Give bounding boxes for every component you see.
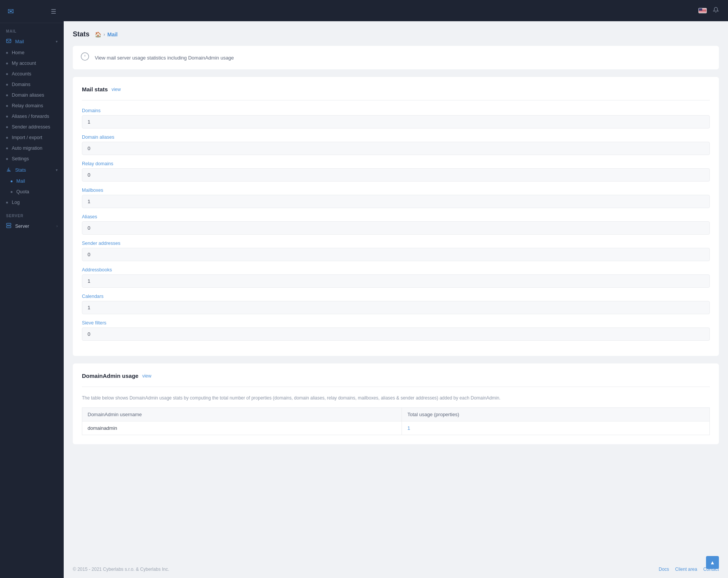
sidebar-item-relay-domains[interactable]: Relay domains [0,100,64,111]
stat-value-mailboxes: 1 [82,195,710,208]
sidebar-item-server-label: Server [15,224,29,229]
sidebar-item-mail-stats[interactable]: Mail [0,176,64,186]
sidebar-item-mail[interactable]: Mail ▾ [0,36,64,47]
page-content: Stats 🏠 › Mail View mail server usage st… [64,21,728,561]
sidebar-item-settings[interactable]: Settings [0,154,64,164]
sidebar-item-domain-aliases[interactable]: Domain aliases [0,90,64,100]
dot-icon [11,180,13,182]
language-flag[interactable] [698,8,707,13]
sidebar-item-mail-label: Mail [15,39,24,44]
domain-admin-usage-header: DomainAdmin usage view [82,373,710,379]
footer: © 2015 - 2021 Cyberlabs s.r.o. & Cyberla… [64,561,728,578]
sidebar-item-domains-label: Domains [12,82,30,87]
table-cell-total: 1 [402,421,710,435]
sidebar-item-auto-migration-label: Auto migration [12,146,42,151]
sidebar-item-home[interactable]: Home [0,47,64,58]
stat-row-aliases: Aliases 0 [82,214,710,235]
sidebar-item-stats[interactable]: Stats ▾ [0,164,64,176]
stat-label-domains: Domains [82,108,710,113]
stat-row-mailboxes: Mailboxes 1 [82,188,710,208]
stat-row-relay-domains: Relay domains 0 [82,161,710,182]
stat-row-addressbooks: Addressbooks 1 [82,267,710,288]
domain-admin-view-link[interactable]: view [142,373,151,379]
breadcrumb-home[interactable]: 🏠 [95,31,101,38]
dot-icon [6,63,8,64]
notifications-icon[interactable] [713,7,719,14]
mail-stats-header: Mail stats view [82,86,710,92]
table-col-total: Total usage (properties) [402,408,710,421]
sidebar-item-sender-addresses-label: Sender addresses [12,124,50,130]
sidebar-item-log[interactable]: Log [0,197,64,208]
stat-row-domain-aliases: Domain aliases 0 [82,135,710,155]
stats-chevron-icon: ▾ [56,168,58,172]
sidebar-item-quota-label: Quota [16,189,29,194]
domain-admin-usage-title: DomainAdmin usage [82,373,138,379]
footer-docs-link[interactable]: Docs [659,567,669,572]
sidebar-item-aliases-forwards[interactable]: Aliases / forwards [0,111,64,122]
card-divider-2 [82,387,710,387]
stat-value-sieve-filters: 0 [82,327,710,341]
stat-label-addressbooks: Addressbooks [82,267,710,273]
sidebar-logo: ✉ ☰ [0,0,64,23]
stat-row-calendars: Calendars 1 [82,294,710,314]
sidebar-section-mail: MAIL Mail ▾ Home My account Accounts Dom… [0,23,64,208]
sidebar-item-sender-addresses[interactable]: Sender addresses [0,122,64,132]
mail-stats-view-link[interactable]: view [111,87,121,92]
dot-icon [6,105,8,107]
dot-icon [6,147,8,149]
breadcrumb-current: Mail [107,31,118,38]
sidebar-item-domain-aliases-label: Domain aliases [12,92,44,98]
card-divider [82,100,710,100]
sidebar-section-server-label: SERVER [0,208,64,220]
scroll-to-top-button[interactable]: ▲ [706,556,719,569]
dot-icon [6,202,8,204]
info-circle-icon [80,52,89,63]
sidebar-item-my-account[interactable]: My account [0,58,64,69]
stat-value-domains: 1 [82,115,710,128]
sidebar-item-accounts-label: Accounts [12,71,31,77]
sidebar: ✉ ☰ MAIL Mail ▾ Home My account Accounts… [0,0,64,578]
stat-value-domain-aliases: 0 [82,142,710,155]
sidebar-item-auto-migration[interactable]: Auto migration [0,143,64,154]
mail-stats-card: Mail stats view Domains 1 Domain aliases… [73,77,719,356]
table-header-row: DomainAdmin username Total usage (proper… [82,408,710,421]
sidebar-item-my-account-label: My account [12,61,36,66]
stat-label-domain-aliases: Domain aliases [82,135,710,140]
stat-row-domains: Domains 1 [82,108,710,128]
stat-label-sieve-filters: Sieve filters [82,320,710,326]
info-banner-text: View mail server usage statistics includ… [95,55,234,61]
stat-row-sender-addresses: Sender addresses 0 [82,241,710,261]
mail-stats-title: Mail stats [82,86,108,92]
stat-label-relay-domains: Relay domains [82,161,710,166]
sidebar-item-import-export[interactable]: Import / export [0,132,64,143]
sidebar-item-relay-domains-label: Relay domains [12,103,43,108]
dot-icon [6,116,8,117]
sidebar-item-accounts[interactable]: Accounts [0,69,64,79]
dot-icon [6,126,8,128]
sidebar-item-stats-label: Stats [15,168,26,173]
server-chevron-icon: › [56,224,58,228]
sidebar-item-domains[interactable]: Domains [0,79,64,90]
stat-label-calendars: Calendars [82,294,710,299]
main-content: Stats 🏠 › Mail View mail server usage st… [64,0,728,578]
dot-icon [6,158,8,160]
stat-row-sieve-filters: Sieve filters 0 [82,320,710,341]
stat-value-addressbooks: 1 [82,274,710,288]
topbar [64,0,728,21]
mail-logo-icon: ✉ [8,7,14,16]
sidebar-item-import-export-label: Import / export [12,135,42,140]
page-title: Stats [73,30,89,38]
sidebar-item-server[interactable]: Server › [0,220,64,232]
stat-label-aliases: Aliases [82,214,710,219]
sidebar-item-log-label: Log [12,200,20,205]
table-cell-username: domainadmin [82,421,402,435]
sidebar-toggle-button[interactable]: ☰ [51,8,56,15]
dot-icon [6,84,8,86]
table-col-username: DomainAdmin username [82,408,402,421]
stats-nav-icon [6,167,11,173]
stat-value-sender-addresses: 0 [82,248,710,261]
info-banner: View mail server usage statistics includ… [73,46,719,69]
footer-client-area-link[interactable]: Client area [675,567,697,572]
dot-icon [11,191,13,193]
sidebar-item-quota[interactable]: Quota [0,186,64,197]
